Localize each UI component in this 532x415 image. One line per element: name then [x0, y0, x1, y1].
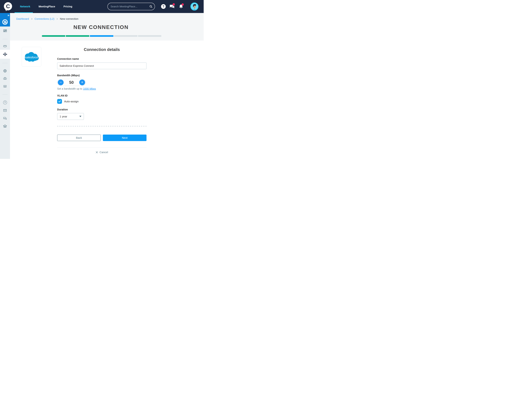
breadcrumb-connections[interactable]: Connections (L2) — [35, 17, 54, 20]
notifications-button[interactable] — [179, 4, 184, 9]
bandwidth-helper-text: Set a bandwidth up to1000 Mbps — [57, 87, 96, 90]
sidebar-item-chat[interactable] — [0, 115, 10, 121]
sidebar-item-mesh[interactable] — [0, 123, 10, 129]
breadcrumb-current: New connection — [60, 17, 78, 20]
sidebar-item-devices[interactable] — [0, 83, 10, 89]
app-window: C Network MeetingPlace Pricing ? — [0, 0, 204, 159]
auto-assign-checkbox[interactable] — [57, 99, 62, 104]
bandwidth-increase-button[interactable]: + — [79, 79, 85, 85]
globe-icon — [3, 69, 7, 73]
cancel-label: Cancel — [99, 151, 108, 154]
chevron-down-icon — [79, 116, 81, 117]
bandwidth-value: 50 — [69, 80, 74, 85]
duration-value: 1 year — [60, 115, 67, 118]
cloud-exchange-icon — [3, 76, 7, 81]
plus-icon: + — [81, 80, 83, 84]
left-sidebar: » — [0, 13, 10, 159]
bandwidth-label: Bandwidth (Mbps) — [57, 74, 80, 77]
sidebar-item-ports[interactable] — [0, 43, 10, 49]
sidebar-item-connections-active[interactable] — [0, 50, 10, 59]
mail-icon — [3, 108, 7, 113]
provider-card-salesforce: salesforce — [22, 47, 41, 66]
back-button[interactable]: Back — [57, 135, 101, 141]
salesforce-logo: salesforce — [23, 51, 40, 63]
top-navbar: C Network MeetingPlace Pricing ? — [0, 0, 204, 13]
connection-name-label: Connection name — [57, 57, 79, 60]
sidebar-item-help[interactable]: ? — [0, 100, 10, 105]
expand-sidebar-icon[interactable]: » — [8, 13, 9, 17]
bandwidth-helper-prefix: Set a bandwidth up to — [57, 87, 82, 90]
wizard-progress-bar — [42, 35, 162, 37]
next-button[interactable]: Next — [103, 135, 146, 141]
chat-bubbles-outline-icon — [3, 116, 7, 120]
minus-icon: − — [60, 80, 62, 84]
active-tab-underline — [15, 12, 33, 13]
dashboard-grid-icon — [3, 29, 7, 33]
form-heading: Connection details — [57, 47, 146, 52]
bandwidth-stepper: − 50 + — [57, 79, 86, 86]
progress-step-4 — [114, 35, 137, 37]
messages-badge — [173, 3, 175, 5]
logo-letter: C — [4, 2, 12, 10]
connections-network-icon — [3, 52, 7, 57]
vlan-label: VLAN ID — [57, 94, 67, 97]
check-icon — [58, 100, 61, 103]
mesh-network-icon — [3, 124, 7, 128]
wizard-body: salesforce Connection details Connection… — [10, 40, 204, 159]
search-icon[interactable] — [149, 5, 153, 8]
sidebar-brand-tile[interactable]: » — [0, 13, 10, 27]
app-logo[interactable]: C — [4, 2, 12, 10]
breadcrumb-chevron-icon — [56, 18, 58, 20]
router-wifi-icon — [3, 84, 7, 88]
help-button[interactable]: ? — [161, 4, 166, 9]
progress-step-2 — [66, 35, 89, 37]
sidebar-item-internet[interactable] — [0, 68, 10, 74]
wizard-header-band: Dashboard Connections (L2) New connectio… — [10, 13, 204, 40]
close-icon — [95, 151, 98, 153]
sidebar-item-cloud-exchange[interactable] — [0, 75, 10, 81]
progress-step-1 — [42, 35, 65, 37]
nav-item-pricing[interactable]: Pricing — [64, 5, 72, 8]
wizard-actions: Back Next — [57, 135, 146, 141]
connection-form: Connection details Connection name Bandw… — [57, 40, 146, 159]
auto-assign-label: Auto-assign — [64, 100, 79, 103]
messages-button[interactable] — [169, 4, 175, 9]
breadcrumb-dashboard[interactable]: Dashboard — [16, 17, 29, 20]
nav-item-network[interactable]: Network — [20, 5, 30, 8]
help-circle-icon: ? — [3, 101, 7, 104]
page-title: NEW CONNECTION — [41, 24, 161, 30]
max-bandwidth-link[interactable]: 1000 Mbps — [83, 87, 96, 90]
progress-step-3 — [90, 35, 113, 37]
duration-label: Duration — [57, 108, 68, 111]
bandwidth-decrease-button[interactable]: − — [58, 79, 64, 85]
primary-nav: Network MeetingPlace Pricing — [20, 0, 72, 13]
svg-text:salesforce: salesforce — [25, 56, 38, 59]
breadcrumb: Dashboard Connections (L2) New connectio… — [16, 17, 78, 20]
breadcrumb-chevron-icon — [31, 18, 33, 20]
sidebar-item-mail[interactable] — [0, 108, 10, 113]
progress-step-5 — [138, 35, 162, 37]
port-icon — [3, 44, 7, 48]
sidebar-divider — [2, 39, 8, 39]
section-dashed-divider — [57, 126, 146, 126]
help-icon: ? — [161, 4, 166, 9]
main-content: Dashboard Connections (L2) New connectio… — [10, 13, 204, 159]
notifications-badge — [181, 3, 184, 6]
connection-name-input[interactable] — [57, 63, 146, 69]
global-search — [107, 3, 155, 10]
duration-select[interactable]: 1 year — [57, 113, 84, 120]
user-avatar[interactable] — [190, 2, 199, 10]
sidebar-item-dashboard[interactable] — [0, 28, 10, 34]
nav-item-meetingplace[interactable]: MeetingPlace — [38, 5, 55, 8]
planet-logo-icon — [2, 19, 8, 25]
vlan-auto-assign-row: Auto-assign — [57, 99, 79, 104]
cancel-button[interactable]: Cancel — [57, 151, 146, 154]
avatar-illustration — [190, 2, 199, 10]
search-input[interactable] — [111, 5, 149, 8]
